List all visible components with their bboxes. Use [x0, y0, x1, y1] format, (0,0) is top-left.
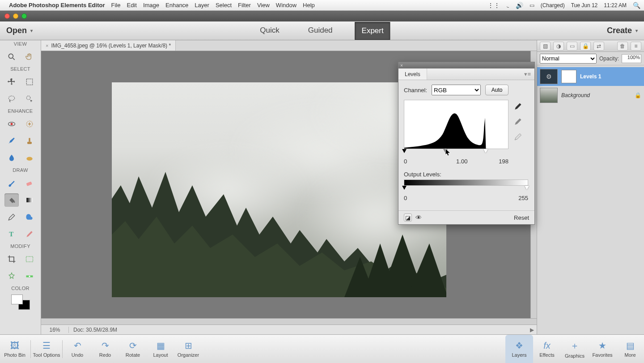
- menu-help[interactable]: Help: [303, 2, 315, 9]
- menu-image[interactable]: Image: [143, 2, 159, 9]
- brush-tool[interactable]: [4, 176, 19, 190]
- new-layer-icon[interactable]: ▧: [540, 42, 551, 51]
- move-tool[interactable]: [4, 75, 19, 89]
- shape-tool[interactable]: [22, 210, 37, 224]
- menu-enhance[interactable]: Enhance: [165, 2, 188, 9]
- recompose-tool[interactable]: [22, 252, 37, 266]
- more-button[interactable]: ▤More: [616, 335, 644, 363]
- levels-panel[interactable]: × Levels ▾≡ Channel: RGB Auto: [398, 62, 535, 225]
- menu-view[interactable]: View: [257, 2, 270, 9]
- gradient-tool[interactable]: [22, 193, 37, 207]
- sponge-tool[interactable]: [22, 151, 37, 165]
- bluetooth-icon[interactable]: ⋮⋮: [487, 2, 500, 9]
- white-eyedropper-icon[interactable]: [513, 132, 523, 142]
- cookie-cutter-tool[interactable]: [4, 269, 19, 283]
- auto-button[interactable]: Auto: [485, 85, 508, 95]
- tab-guided[interactable]: Guided: [302, 22, 339, 40]
- doc-info[interactable]: Doc: 30.5M/28.9M: [69, 327, 122, 333]
- menubar-date[interactable]: Tue Jun 12: [571, 2, 598, 9]
- open-menu-button[interactable]: Open: [6, 26, 33, 35]
- lock-icon[interactable]: 🔒: [580, 42, 591, 51]
- status-menu-arrow-icon[interactable]: ▶: [527, 327, 537, 333]
- clone-stamp-tool[interactable]: [22, 134, 37, 148]
- crop-tool[interactable]: [4, 252, 19, 266]
- straighten-tool[interactable]: [22, 269, 37, 283]
- levels-panel-menu-icon[interactable]: ▾≡: [521, 71, 534, 77]
- smart-brush-tool[interactable]: [4, 134, 19, 148]
- menu-edit[interactable]: Edit: [127, 2, 136, 9]
- input-sliders[interactable]: [404, 149, 508, 155]
- wifi-icon[interactable]: ⦦: [506, 2, 509, 9]
- window-zoom-button[interactable]: [21, 13, 27, 19]
- output-white-value[interactable]: 255: [518, 195, 528, 201]
- layout-button[interactable]: ▦Layout: [147, 335, 174, 363]
- photo-bin-button[interactable]: 🖼Photo Bin: [0, 335, 30, 363]
- panel-menu-icon[interactable]: ≡: [631, 42, 641, 51]
- volume-icon[interactable]: 🔊: [516, 2, 523, 9]
- input-white-value[interactable]: 198: [499, 158, 508, 165]
- new-adjustment-icon[interactable]: ◑: [553, 42, 564, 51]
- canvas-hscrollbar[interactable]: [41, 318, 537, 325]
- output-black-slider[interactable]: [402, 186, 407, 190]
- levels-close-icon[interactable]: ×: [400, 63, 403, 68]
- input-white-slider[interactable]: [483, 149, 488, 153]
- redeye-tool[interactable]: [4, 117, 19, 131]
- redo-button[interactable]: ↷Redo: [91, 335, 119, 363]
- marquee-tool[interactable]: [22, 75, 37, 89]
- graphics-button[interactable]: ＋Graphics: [561, 335, 589, 363]
- create-menu-button[interactable]: Create: [607, 26, 638, 35]
- lasso-tool[interactable]: [4, 92, 19, 106]
- undo-button[interactable]: ↶Undo: [64, 335, 91, 363]
- visibility-toggle-icon[interactable]: 👁: [415, 214, 422, 221]
- input-black-value[interactable]: 0: [404, 158, 407, 165]
- menubar-time[interactable]: 11:22 AM: [604, 2, 627, 9]
- reset-button[interactable]: Reset: [514, 214, 529, 221]
- organizer-button[interactable]: ⊞Organizer: [174, 335, 202, 363]
- pencil-tool[interactable]: [22, 227, 37, 241]
- opacity-field[interactable]: 100%: [622, 54, 641, 63]
- levels-tab[interactable]: Levels: [398, 68, 427, 80]
- delete-layer-icon[interactable]: 🗑: [617, 42, 628, 51]
- tool-options-button[interactable]: ☰Tool Options: [32, 335, 61, 363]
- menu-window[interactable]: Window: [276, 2, 297, 9]
- paint-bucket-tool[interactable]: [4, 193, 19, 207]
- menu-filter[interactable]: Filter: [238, 2, 251, 9]
- window-minimize-button[interactable]: [13, 13, 18, 19]
- rotate-button[interactable]: ⟳Rotate: [119, 335, 147, 363]
- input-black-slider[interactable]: [402, 149, 407, 153]
- favorites-button[interactable]: ★Favorites: [589, 335, 616, 363]
- tab-expert[interactable]: Expert: [355, 22, 390, 40]
- gray-eyedropper-icon[interactable]: [513, 117, 523, 127]
- eyedropper-tool[interactable]: [4, 210, 19, 224]
- link-icon[interactable]: ⇄: [593, 42, 604, 51]
- blur-tool[interactable]: [4, 151, 19, 165]
- window-close-button[interactable]: [4, 13, 10, 19]
- black-eyedropper-icon[interactable]: [513, 102, 523, 111]
- output-white-slider[interactable]: [525, 186, 529, 190]
- clip-toggle-icon[interactable]: ◪: [404, 214, 412, 222]
- zoom-tool[interactable]: [4, 50, 19, 64]
- fg-color[interactable]: [11, 295, 23, 304]
- output-sliders[interactable]: [404, 186, 528, 191]
- color-swatch[interactable]: [11, 295, 30, 310]
- document-canvas[interactable]: [112, 82, 446, 297]
- tab-quick[interactable]: Quick: [254, 22, 285, 40]
- hand-tool[interactable]: [22, 50, 37, 64]
- battery-icon[interactable]: ▭: [530, 2, 534, 9]
- spotlight-icon[interactable]: 🔍: [633, 2, 640, 9]
- document-tab[interactable]: × IMG_4658.jpeg @ 16% (Levels 1, Layer M…: [41, 40, 176, 51]
- menubar-app-title[interactable]: Adobe Photoshop Elements Editor: [9, 2, 105, 9]
- levels-titlebar[interactable]: ×: [398, 62, 534, 68]
- menu-file[interactable]: File: [111, 2, 121, 9]
- output-black-value[interactable]: 0: [404, 195, 407, 201]
- eraser-tool[interactable]: [22, 176, 37, 190]
- close-tab-icon[interactable]: ×: [46, 43, 48, 48]
- channel-select[interactable]: RGB: [432, 85, 481, 95]
- quick-select-tool[interactable]: [22, 92, 37, 106]
- menu-select[interactable]: Select: [216, 2, 232, 9]
- layer-row-background[interactable]: Background 🔒: [537, 86, 644, 105]
- layer-mask-thumb[interactable]: [561, 70, 576, 83]
- layer-mask-icon[interactable]: ▭: [567, 42, 577, 51]
- blend-mode-select[interactable]: Normal: [540, 54, 597, 64]
- type-tool[interactable]: T: [4, 227, 19, 241]
